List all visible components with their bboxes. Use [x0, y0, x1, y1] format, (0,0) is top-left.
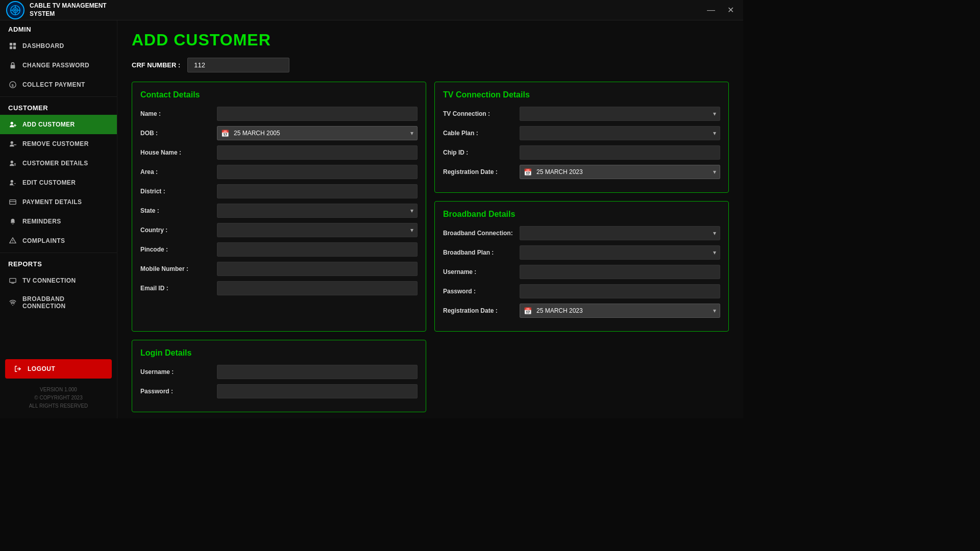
main-content: ADD CUSTOMER CRF NUMBER : Contact Detail…: [117, 20, 743, 418]
payment-icon: [8, 197, 17, 207]
tv-icon: [8, 276, 17, 285]
bb-plan-select[interactable]: [520, 245, 720, 260]
tv-reg-date-row: Registration Date : 📅 ▾: [443, 165, 720, 179]
cable-plan-select[interactable]: [520, 126, 720, 140]
email-input[interactable]: [217, 281, 418, 295]
house-name-input[interactable]: [217, 145, 418, 160]
sidebar-item-label: COMPLAINTS: [22, 237, 65, 244]
sidebar-item-reminders[interactable]: REMINDERS: [0, 212, 117, 231]
cable-plan-row: Cable Plan : ▾: [443, 126, 720, 140]
country-select-wrapper: ▾: [217, 223, 418, 237]
bb-reg-date-wrapper: 📅 ▾: [520, 304, 720, 318]
name-input[interactable]: [217, 107, 418, 121]
svg-rect-9: [10, 46, 12, 49]
svg-rect-11: [11, 65, 15, 68]
app-logo: [6, 1, 24, 19]
svg-rect-22: [14, 165, 16, 166]
svg-point-23: [11, 180, 13, 183]
sidebar-item-payment-details[interactable]: PAYMENT DETAILS: [0, 192, 117, 212]
broadband-details-box: Broadband Details Broadband Connection: …: [434, 201, 729, 332]
district-input[interactable]: [217, 184, 418, 198]
tv-connection-label: TV Connection :: [443, 110, 514, 117]
page-title: ADD CUSTOMER: [132, 31, 729, 49]
sidebar-item-broadband-connection[interactable]: BROADBAND CONNECTION: [0, 290, 117, 315]
mobile-input[interactable]: [217, 262, 418, 276]
tv-connection-row: TV Connection : ▾: [443, 107, 720, 121]
area-input[interactable]: [217, 165, 418, 179]
app-title: CABLE TV MANAGEMENT SYSTEM: [30, 2, 107, 18]
bottom-sections: Login Details Username : Password : Docu…: [132, 340, 729, 418]
sidebar-item-remove-customer[interactable]: REMOVE CUSTOMER: [0, 134, 117, 154]
login-username-input[interactable]: [217, 365, 418, 379]
sidebar-item-label: REMOVE CUSTOMER: [22, 140, 89, 147]
admin-section-label: ADMIN: [0, 20, 117, 36]
house-name-label: House Name :: [140, 149, 212, 156]
lock-icon: [8, 61, 17, 70]
sidebar-item-label: REMINDERS: [22, 218, 61, 225]
bb-plan-label: Broadband Plan :: [443, 249, 514, 256]
cable-plan-select-wrapper: ▾: [520, 126, 720, 140]
sidebar-item-add-customer[interactable]: ADD CUSTOMER: [0, 115, 117, 134]
bell-icon: [8, 217, 17, 226]
top-sections: Contact Details Name : DOB : 📅 ▾ House N…: [132, 82, 729, 332]
tv-reg-date-input[interactable]: [520, 165, 720, 179]
bb-connection-label: Broadband Connection:: [443, 230, 514, 237]
country-select[interactable]: [217, 223, 418, 237]
sidebar-item-change-password[interactable]: CHANGE PASSWORD: [0, 56, 117, 75]
bb-password-label: Password :: [443, 288, 514, 295]
bb-connection-select[interactable]: [520, 226, 720, 240]
broadband-details-title: Broadband Details: [443, 210, 720, 219]
bb-plan-select-wrapper: ▾: [520, 245, 720, 260]
state-select[interactable]: [217, 204, 418, 218]
right-bottom: CREATE RESET: [434, 340, 729, 418]
svg-point-14: [11, 122, 13, 124]
state-select-wrapper: ▾: [217, 204, 418, 218]
contact-details-title: Contact Details: [140, 90, 418, 99]
svg-text:$: $: [11, 83, 14, 88]
minimize-button[interactable]: —: [704, 4, 718, 16]
crf-row: CRF NUMBER :: [132, 58, 729, 72]
window-controls[interactable]: — ✕: [704, 4, 737, 16]
state-label: State :: [140, 207, 212, 214]
logout-icon: [13, 364, 22, 373]
svg-point-1: [13, 8, 17, 12]
name-row: Name :: [140, 107, 418, 121]
left-bottom: Login Details Username : Password : Docu…: [132, 340, 426, 418]
sidebar-item-customer-details[interactable]: CUSTOMER DETAILS: [0, 154, 117, 173]
country-row: Country : ▾: [140, 223, 418, 237]
version-info: VERSION 1.000 © COPYRIGHT 2023 ALL RIGHT…: [0, 383, 117, 413]
titlebar: CABLE TV MANAGEMENT SYSTEM — ✕: [0, 0, 743, 20]
pincode-input[interactable]: [217, 242, 418, 257]
divider: [0, 253, 117, 253]
chip-id-label: Chip ID :: [443, 149, 514, 156]
sidebar-item-collect-payment[interactable]: $ COLLECT PAYMENT: [0, 75, 117, 94]
bb-connection-select-wrapper: ▾: [520, 226, 720, 240]
close-button[interactable]: ✕: [724, 4, 737, 16]
svg-point-19: [11, 161, 13, 163]
bb-password-input[interactable]: [520, 284, 720, 298]
svg-point-30: [12, 305, 13, 306]
bb-username-input[interactable]: [520, 265, 720, 279]
login-password-input[interactable]: [217, 384, 418, 398]
crf-input[interactable]: [187, 58, 289, 72]
contact-details-box: Contact Details Name : DOB : 📅 ▾ House N…: [132, 82, 426, 332]
sidebar-item-edit-customer[interactable]: EDIT CUSTOMER: [0, 173, 117, 192]
sidebar-item-complaints[interactable]: COMPLAINTS: [0, 231, 117, 251]
chip-id-input[interactable]: [520, 145, 720, 160]
tv-connection-select[interactable]: [520, 107, 720, 121]
name-label: Name :: [140, 110, 212, 117]
bb-username-row: Username :: [443, 265, 720, 279]
tv-reg-date-label: Registration Date :: [443, 168, 514, 176]
logout-button[interactable]: LOGOUT: [5, 359, 112, 379]
sidebar-item-tv-connection[interactable]: TV CONNECTION: [0, 271, 117, 290]
bb-reg-date-row: Registration Date : 📅 ▾: [443, 304, 720, 318]
login-password-label: Password :: [140, 388, 212, 395]
bb-password-row: Password :: [443, 284, 720, 298]
bb-reg-date-input[interactable]: [520, 304, 720, 318]
svg-point-17: [11, 141, 13, 144]
sidebar-item-dashboard[interactable]: DASHBOARD: [0, 36, 117, 56]
mobile-label: Mobile Number :: [140, 265, 212, 272]
reports-section-label: REPORTS: [0, 255, 117, 271]
dob-input[interactable]: [217, 126, 418, 140]
svg-rect-7: [10, 43, 12, 45]
